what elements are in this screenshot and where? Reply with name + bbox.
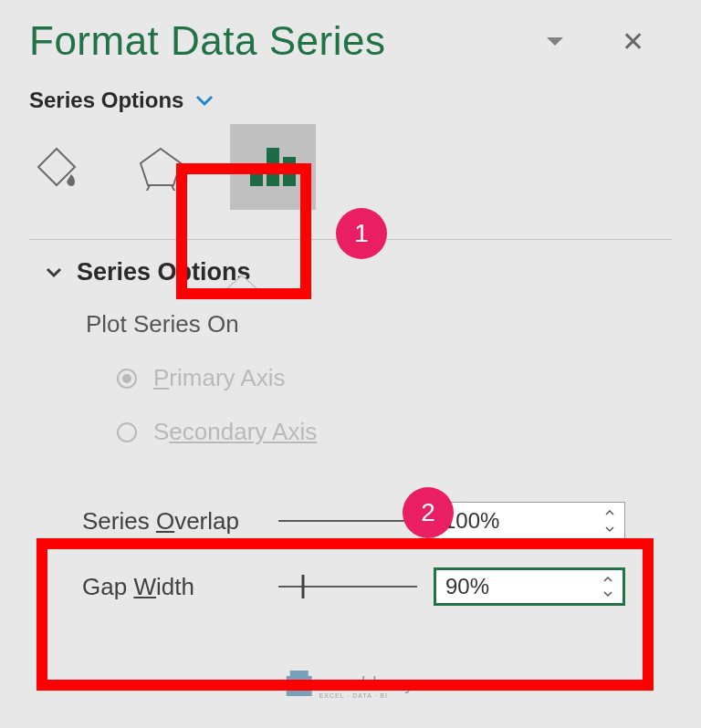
effects-tab[interactable] (126, 132, 195, 202)
pane-header: Format Data Series ✕ (29, 0, 672, 75)
pane-header-controls: ✕ (545, 26, 672, 57)
svg-rect-5 (250, 164, 263, 186)
series-options-section-header[interactable]: Series Options (46, 258, 672, 286)
format-data-series-pane: Format Data Series ✕ Series Options (0, 0, 701, 728)
svg-rect-7 (283, 157, 296, 186)
annotation-badge-2: 2 (403, 487, 454, 538)
chevron-down-icon (46, 262, 62, 283)
paint-bucket-icon (33, 143, 80, 191)
gap-width-slider[interactable] (278, 573, 417, 600)
gap-width-row: Gap Width 90% (82, 567, 672, 607)
series-overlap-label: Series Overlap (82, 507, 278, 536)
task-pane-options-icon[interactable] (545, 35, 565, 47)
format-category-tabs (22, 124, 672, 213)
fill-line-tab[interactable] (22, 132, 91, 202)
pentagon-icon (137, 143, 184, 191)
annotation-badge-1: 1 (336, 208, 387, 259)
gap-width-label: Gap Width (82, 573, 278, 601)
svg-rect-6 (267, 148, 279, 186)
plot-series-on-label: Plot Series On (86, 310, 672, 338)
spinner-arrows[interactable] (599, 572, 617, 601)
primary-axis-radio: Primary Axis (117, 364, 672, 392)
primary-axis-label: Primary Axis (153, 364, 285, 392)
svg-marker-2 (141, 149, 181, 185)
spinner-arrows[interactable] (601, 504, 619, 537)
watermark: exceldemy EXCEL · DATA · BI (287, 673, 415, 699)
radio-icon (117, 422, 137, 442)
close-icon[interactable]: ✕ (622, 26, 644, 57)
bar-chart-icon (246, 144, 299, 190)
pane-title: Format Data Series (29, 18, 385, 64)
svg-marker-0 (547, 37, 563, 46)
gap-width-input[interactable]: 90% (434, 567, 625, 606)
series-options-label: Series Options (29, 88, 183, 113)
secondary-axis-label: Secondary Axis (153, 418, 317, 446)
series-overlap-row: Series Overlap 100% (82, 501, 672, 541)
chevron-down-icon (194, 93, 214, 108)
series-overlap-slider[interactable] (278, 507, 417, 535)
active-tab-indicator-icon (224, 272, 260, 290)
radio-icon (117, 369, 137, 389)
series-options-tab[interactable] (230, 124, 316, 210)
watermark-text: exceldemy (319, 673, 415, 694)
series-options-dropdown[interactable]: Series Options (29, 88, 672, 113)
secondary-axis-radio: Secondary Axis (117, 418, 672, 446)
slider-controls: Series Overlap 100% Gap Width (82, 501, 672, 607)
series-overlap-input[interactable]: 100% (434, 502, 625, 540)
watermark-icon (287, 676, 312, 696)
